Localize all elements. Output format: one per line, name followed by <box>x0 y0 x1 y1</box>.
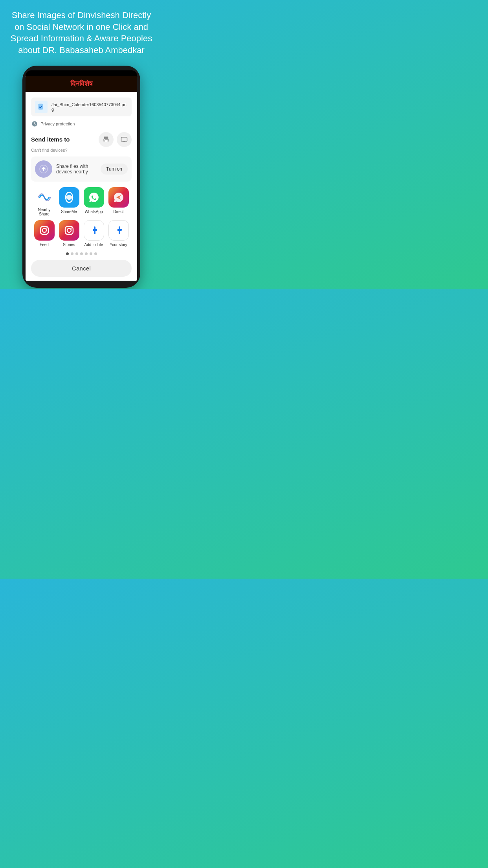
shareme-label: ShareMe <box>61 210 77 214</box>
send-icons-row <box>99 132 132 147</box>
phone-screen: दिनविशेष Jai_Bhim_Calender1603540773044.… <box>26 76 137 281</box>
dot-1 <box>66 252 69 255</box>
feed-label: Feed <box>40 243 49 247</box>
add-to-lite-label: Add to Lite <box>84 243 103 247</box>
share-nearby-text: Share files with devices nearby <box>56 164 101 175</box>
svg-rect-4 <box>105 140 108 142</box>
phone-top-bar <box>26 70 137 76</box>
dot-5 <box>85 252 88 255</box>
app-item-direct[interactable]: Direct <box>107 187 130 216</box>
svg-point-16 <box>67 228 71 232</box>
app-title: दिनविशेष <box>70 80 93 88</box>
svg-rect-0 <box>39 103 43 109</box>
dot-3 <box>75 252 78 255</box>
phone-frame: दिनविशेष Jai_Bhim_Calender1603540773044.… <box>22 66 140 288</box>
phone-bottom <box>26 281 137 285</box>
send-header: Send items to <box>31 132 132 153</box>
headline-text: Share Images of Dinvishesh Directly on S… <box>6 9 156 56</box>
whatsapp-icon <box>84 187 104 208</box>
nearby-share-label: Nearby Share <box>33 208 56 216</box>
direct-icon <box>108 187 129 208</box>
your-story-label: Your story <box>110 243 127 247</box>
file-icon <box>35 101 48 113</box>
nearby-circle-icon <box>35 160 52 178</box>
app-item-feed[interactable]: Feed <box>33 220 56 247</box>
app-item-add-to-lite[interactable]: Add to Lite <box>82 220 105 247</box>
page-dots <box>31 252 132 255</box>
privacy-text: Privacy protection <box>40 121 75 126</box>
svg-point-13 <box>42 228 46 232</box>
dot-4 <box>80 252 83 255</box>
stories-label: Stories <box>63 243 75 247</box>
share-sheet: Jai_Bhim_Calender1603540773044.png Priva… <box>26 92 137 281</box>
app-item-nearby-share[interactable]: Nearby Share <box>33 187 56 216</box>
direct-label: Direct <box>113 210 123 214</box>
cancel-button[interactable]: Cancel <box>31 260 132 277</box>
svg-point-14 <box>46 227 47 228</box>
screen-button[interactable] <box>117 132 132 147</box>
stories-icon <box>59 220 79 241</box>
svg-rect-6 <box>121 137 127 142</box>
shareme-icon <box>59 187 79 208</box>
dot-2 <box>71 252 73 255</box>
app-item-your-story[interactable]: Your story <box>107 220 130 247</box>
file-name: Jai_Bhim_Calender1603540773044.png <box>51 102 128 112</box>
nearby-section: Share files with devices nearby Turn on <box>31 156 132 182</box>
privacy-row: Privacy protection <box>31 120 132 127</box>
send-title-text: Send items to <box>31 136 70 143</box>
apps-grid: Nearby Share ShareMe <box>31 187 132 247</box>
cant-find-text: Can't find devices? <box>31 148 132 153</box>
app-item-shareme[interactable]: ShareMe <box>57 187 81 216</box>
app-item-stories[interactable]: Stories <box>57 220 81 247</box>
privacy-icon <box>31 120 38 127</box>
app-header: दिनविशेष <box>26 76 137 92</box>
app-item-whatsapp[interactable]: WhatsApp <box>82 187 105 216</box>
your-story-icon <box>108 220 129 241</box>
dot-7 <box>94 252 97 255</box>
svg-point-17 <box>71 227 72 228</box>
nearby-share-icon <box>34 187 55 208</box>
add-to-lite-icon <box>84 220 104 241</box>
file-row: Jai_Bhim_Calender1603540773044.png <box>31 97 132 116</box>
turn-on-button[interactable]: Turn on <box>101 164 128 175</box>
svg-point-5 <box>104 139 105 140</box>
dot-6 <box>90 252 92 255</box>
whatsapp-label: WhatsApp <box>84 210 103 214</box>
feed-icon <box>34 220 55 241</box>
print-button[interactable] <box>99 132 114 147</box>
